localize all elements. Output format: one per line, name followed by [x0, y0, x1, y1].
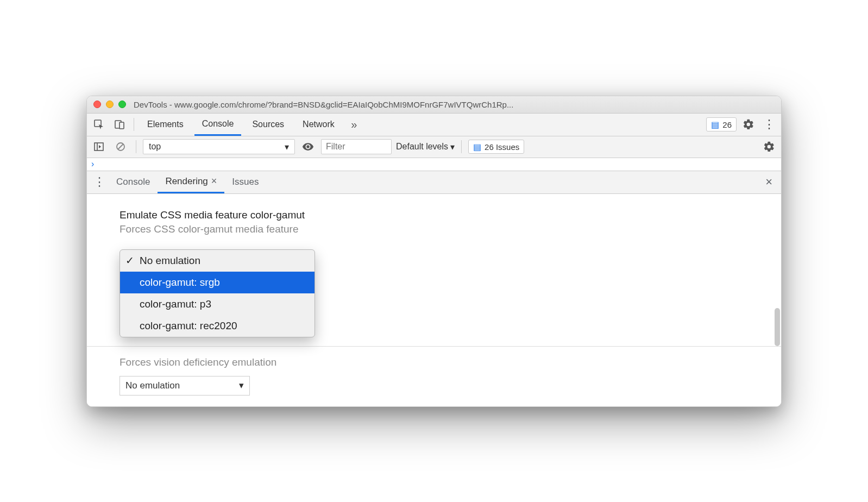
issues-count: 26 [722, 120, 732, 129]
tab-network[interactable]: Network [295, 113, 342, 136]
console-settings-icon[interactable] [760, 138, 778, 155]
log-levels-selector[interactable]: Default levels ▾ [396, 142, 455, 152]
close-rendering-tab-icon[interactable]: × [211, 175, 217, 187]
tab-console[interactable]: Console [194, 113, 242, 136]
zoom-window-button[interactable] [118, 101, 126, 108]
drawer-tab-issues[interactable]: Issues [224, 171, 266, 193]
checkmark-icon: ✓ [125, 254, 134, 267]
option-rec2020[interactable]: color-gamut: rec2020 [120, 315, 315, 337]
issues-pill-label: 26 Issues [485, 142, 519, 152]
option-no-emulation[interactable]: ✓ No emulation [120, 250, 315, 272]
device-toggle-icon[interactable] [111, 116, 128, 133]
chevron-down-icon: ▾ [285, 142, 289, 152]
window-title: DevTools - www.google.com/chrome/?brand=… [134, 100, 775, 109]
minimize-window-button[interactable] [106, 101, 114, 108]
issues-pill[interactable]: ▤ 26 Issues [468, 140, 524, 154]
tab-sources[interactable]: Sources [244, 113, 292, 136]
clear-console-icon[interactable] [112, 138, 129, 155]
section-divider [87, 346, 782, 347]
drawer-tabstrip: ⋮ Console Rendering × Issues × [87, 171, 781, 194]
console-toolbar: top ▾ Default levels ▾ ▤ 26 Issues [87, 136, 781, 158]
traffic-lights [93, 101, 126, 108]
message-icon: ▤ [473, 142, 481, 152]
scrollbar-thumb[interactable] [775, 308, 780, 346]
drawer-tab-rendering-label: Rendering [165, 176, 207, 187]
kebab-menu-icon[interactable]: ⋮ [760, 116, 778, 133]
titlebar: DevTools - www.google.com/chrome/?brand=… [87, 96, 781, 114]
svg-rect-2 [119, 122, 124, 129]
settings-icon[interactable] [740, 116, 757, 133]
divider [461, 140, 462, 153]
context-selector[interactable]: top ▾ [143, 139, 295, 154]
option-label: No emulation [140, 255, 200, 267]
divider [136, 140, 136, 153]
drawer-menu-icon[interactable]: ⋮ [90, 175, 109, 189]
more-tabs-icon[interactable]: » [345, 116, 363, 133]
main-toolbar: Elements Console Sources Network » ▤ 26 … [87, 114, 781, 136]
filter-input[interactable] [321, 139, 392, 154]
inspect-element-icon[interactable] [90, 116, 108, 133]
divider [134, 118, 134, 131]
close-window-button[interactable] [93, 101, 101, 108]
console-prompt[interactable]: › [87, 158, 781, 171]
option-label: color-gamut: srgb [140, 277, 220, 288]
close-drawer-icon[interactable]: × [760, 175, 778, 189]
vision-deficiency-description: Forces vision deficiency emulation [119, 356, 758, 368]
context-value: top [149, 142, 161, 152]
color-gamut-heading: Emulate CSS media feature color-gamut [119, 209, 758, 221]
chevron-down-icon: ▾ [239, 380, 244, 391]
prompt-chevron-icon: › [91, 159, 94, 169]
tab-elements[interactable]: Elements [140, 113, 191, 136]
color-gamut-description: Forces CSS color-gamut media feature [119, 223, 758, 235]
option-p3[interactable]: color-gamut: p3 [120, 293, 315, 315]
drawer-tab-console[interactable]: Console [109, 171, 158, 193]
devtools-window: DevTools - www.google.com/chrome/?brand=… [86, 96, 782, 407]
option-srgb[interactable]: color-gamut: srgb [120, 272, 315, 293]
log-levels-label: Default levels [396, 142, 448, 152]
option-label: color-gamut: rec2020 [140, 320, 237, 332]
drawer-tab-rendering[interactable]: Rendering × [158, 171, 224, 193]
svg-line-6 [118, 144, 123, 149]
vision-deficiency-value: No emulation [125, 380, 180, 391]
message-icon: ▤ [711, 120, 719, 130]
live-expression-icon[interactable] [299, 138, 317, 155]
color-gamut-dropdown[interactable]: ✓ No emulation color-gamut: srgb color-g… [119, 249, 315, 337]
vision-deficiency-select[interactable]: No emulation ▾ [119, 376, 250, 396]
sidebar-toggle-icon[interactable] [90, 138, 108, 155]
chevron-down-icon: ▾ [450, 142, 455, 152]
option-label: color-gamut: p3 [140, 298, 211, 310]
rendering-panel: Emulate CSS media feature color-gamut Fo… [87, 194, 781, 406]
issues-badge[interactable]: ▤ 26 [706, 117, 737, 131]
